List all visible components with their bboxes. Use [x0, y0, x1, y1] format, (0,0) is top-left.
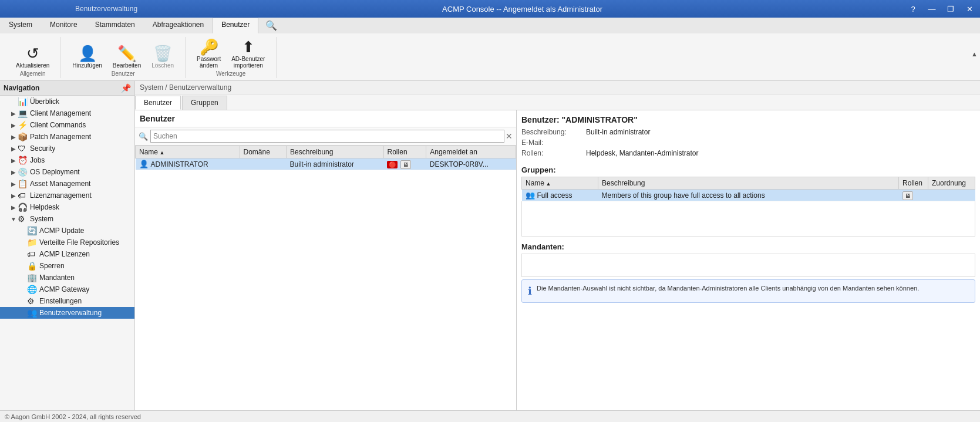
bearbeiten-button[interactable]: ✏️ Bearbeiten: [109, 44, 145, 70]
hinzufuegen-icon: 👤: [78, 46, 97, 61]
ad-benutzer-icon: ⬆: [242, 39, 255, 55]
tree-icon-helpdesk: 🎧: [18, 202, 28, 212]
sidebar-header: Navigation 📌: [0, 81, 134, 96]
detail-label-roles: Rollen:: [521, 149, 586, 157]
tab-benutzer[interactable]: Benutzer: [135, 96, 181, 110]
tree-label-lizenzmanagement: Lizenzmanagement: [30, 191, 92, 200]
titlebar-active-tab: Benutzerverwaltung: [75, 5, 137, 13]
ad-benutzer-button[interactable]: ⬆ AD-Benutzerimportieren: [227, 38, 269, 70]
groups-col-description[interactable]: Beschreibung: [598, 177, 899, 190]
ribbon-tab-system[interactable]: System: [0, 18, 41, 33]
ribbon-tab-stammdaten[interactable]: Stammdaten: [86, 18, 144, 33]
groups-col-assignment[interactable]: Zuordnung: [928, 177, 975, 190]
tree-label-asset-management: Asset Management: [30, 180, 90, 188]
sidebar-item-system[interactable]: ▼⚙System: [0, 213, 134, 225]
sidebar-item-sperren[interactable]: 🔒Sperren: [0, 260, 134, 272]
hinzufuegen-button[interactable]: 👤 Hinzufügen: [68, 44, 106, 70]
ribbon-group-allgemein-buttons: ↺ Aktualisieren: [12, 37, 53, 70]
sidebar-item-lizenzmanagement[interactable]: ▶🏷Lizenzmanagement: [0, 190, 134, 201]
tree-label-helpdesk: Helpdesk: [30, 203, 59, 211]
sidebar-item-acmp-update[interactable]: 🔄ACMP Update: [0, 225, 134, 237]
detail-row-roles: Rollen: Helpdesk, Mandanten-Administrato…: [521, 149, 975, 157]
tree-icon-asset-management: 📋: [18, 179, 28, 188]
sidebar-item-patch-management[interactable]: ▶📦Patch Management: [0, 131, 134, 143]
group-description-cell: Members of this group have full access t…: [598, 190, 899, 201]
ribbon-group-benutzer: 👤 Hinzufügen ✏️ Bearbeiten 🗑️ Löschen Be…: [61, 37, 186, 78]
sidebar-item-client-management[interactable]: ▶💻Client Management: [0, 107, 134, 119]
tree-label-system: System: [30, 215, 53, 223]
groups-table: Name Beschreibung Rollen Zuordnung 👥Full…: [521, 177, 975, 201]
tree-label-einstellungen: Einstellungen: [39, 297, 82, 305]
users-search-clear[interactable]: ✕: [506, 131, 513, 141]
ribbon-search-icon[interactable]: 🔍: [261, 18, 282, 33]
groups-col-roles[interactable]: Rollen: [899, 177, 928, 190]
aktualisieren-button[interactable]: ↺ Aktualisieren: [12, 44, 53, 70]
sidebar-item-acmp-lizenzen[interactable]: 🏷ACMP Lizenzen: [0, 248, 134, 260]
sidebar-item-uberblick[interactable]: 📊Überblick: [0, 96, 134, 107]
aktualisieren-icon: ↺: [26, 46, 39, 61]
users-section-title: Benutzer: [135, 110, 516, 127]
users-search-icon: 🔍: [139, 132, 148, 141]
ribbon-tab-abfrageaktionen[interactable]: Abfrageaktionen: [144, 18, 213, 33]
sidebar-item-mandanten[interactable]: 🏢Mandanten: [0, 272, 134, 283]
tree-expander-lizenzmanagement: ▶: [9, 193, 18, 199]
passwort-button[interactable]: 🔑 Passwortändern: [193, 38, 225, 70]
col-description[interactable]: Beschreibung: [287, 146, 383, 158]
tree-expander-security: ▶: [9, 146, 18, 152]
table-row[interactable]: 👤ADMINISTRATOR Built-in administrator 🔴 …: [136, 158, 516, 170]
sidebar-item-benutzerverwaltung[interactable]: 👥Benutzerverwaltung: [0, 307, 134, 319]
col-name[interactable]: Name: [136, 146, 240, 158]
users-search-input[interactable]: [150, 130, 504, 143]
tab-gruppen[interactable]: Gruppen: [182, 96, 227, 110]
tree-label-sperren: Sperren: [39, 262, 65, 270]
passwort-icon: 🔑: [200, 39, 218, 55]
tree-label-uberblick: Überblick: [30, 97, 59, 106]
sidebar-item-security[interactable]: ▶🛡Security: [0, 143, 134, 154]
sidebar: Navigation 📌 📊Überblick▶💻Client Manageme…: [0, 81, 135, 410]
loeschen-icon: 🗑️: [153, 46, 172, 61]
sidebar-item-helpdesk[interactable]: ▶🎧Helpdesk: [0, 201, 134, 213]
loeschen-button[interactable]: 🗑️ Löschen: [147, 44, 178, 70]
sidebar-item-jobs[interactable]: ▶⏰Jobs: [0, 154, 134, 166]
ribbon-tab-benutzer[interactable]: Benutzer: [213, 18, 258, 33]
col-logged-in[interactable]: Angemeldet an: [426, 146, 516, 158]
group-roles-cell: 🖥: [899, 190, 928, 201]
mandanten-title: Mandanten:: [521, 242, 975, 251]
mandanten-empty-area: [521, 254, 975, 277]
titlebar-title: ACMP Console -- Angemeldet als Administr…: [137, 5, 907, 13]
ribbon-tab-monitore[interactable]: Monitore: [41, 18, 86, 33]
sidebar-item-asset-management[interactable]: ▶📋Asset Management: [0, 178, 134, 190]
col-domain[interactable]: Domäne: [240, 146, 287, 158]
group-name-cell: 👥Full access: [522, 190, 598, 201]
col-roles[interactable]: Rollen: [383, 146, 426, 158]
sidebar-item-client-commands[interactable]: ▶⚡Client Commands: [0, 119, 134, 131]
ribbon: System Monitore Stammdaten Abfrageaktion…: [0, 18, 980, 81]
sidebar-pin-button[interactable]: 📌: [121, 83, 131, 93]
content-area: System / Benutzerverwaltung Benutzer Gru…: [135, 81, 980, 410]
split-pane: Benutzer 🔍 ✕ Name Domäne Beschreibung: [135, 110, 980, 410]
sidebar-item-os-deployment[interactable]: ▶💿OS Deployment: [0, 166, 134, 178]
sidebar-item-einstellungen[interactable]: ⚙Einstellungen: [0, 295, 134, 307]
help-button[interactable]: ?: [907, 3, 919, 15]
mandanten-info-box: ℹ Die Mandanten-Auswahl ist nicht sichtb…: [521, 279, 975, 303]
tree-icon-client-commands: ⚡: [18, 120, 28, 130]
tree-label-acmp-lizenzen: ACMP Lizenzen: [39, 250, 90, 258]
main: Navigation 📌 📊Überblick▶💻Client Manageme…: [0, 81, 980, 410]
sidebar-item-acmp-gateway[interactable]: 🌐ACMP Gateway: [0, 283, 134, 295]
user-domain-cell: [240, 158, 287, 170]
tree-expander-client-management: ▶: [9, 110, 18, 117]
groups-col-name[interactable]: Name: [522, 177, 598, 190]
close-button[interactable]: ✕: [964, 3, 975, 15]
users-search-bar: 🔍 ✕: [135, 127, 516, 146]
detail-label-email: E-Mail:: [521, 139, 586, 147]
tree-label-acmp-gateway: ACMP Gateway: [39, 285, 89, 293]
tree-label-client-management: Client Management: [30, 109, 91, 117]
minimize-button[interactable]: —: [926, 3, 938, 15]
groups-table-row[interactable]: 👥Full access Members of this group have …: [522, 190, 975, 201]
groups-empty-area: [521, 201, 975, 237]
ribbon-collapse-button[interactable]: ▲: [971, 50, 978, 58]
sidebar-title: Navigation: [4, 84, 39, 92]
sidebar-item-verteilte-file-repositories[interactable]: 📁Verteilte File Repositories: [0, 237, 134, 248]
bearbeiten-icon: ✏️: [117, 46, 136, 61]
restore-button[interactable]: ❐: [945, 3, 957, 15]
